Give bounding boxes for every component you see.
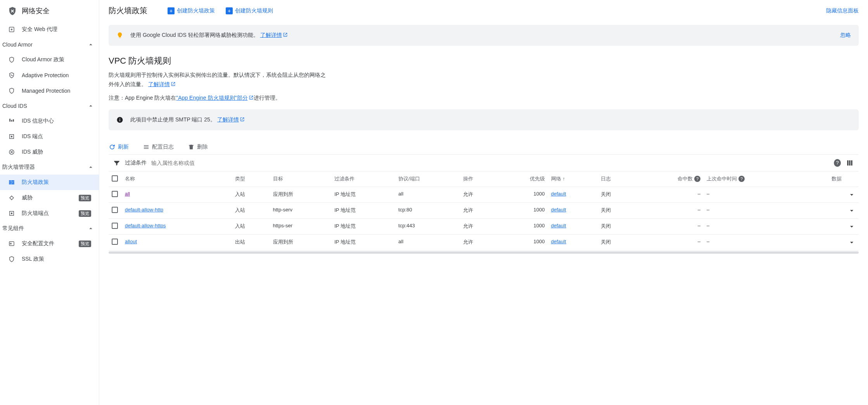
sidebar-group-cloud-armor[interactable]: Cloud Armor <box>0 37 99 52</box>
learn-more-link[interactable]: 了解详情 <box>260 32 288 38</box>
col-logs[interactable]: 日志 <box>598 171 636 187</box>
network-link[interactable]: default <box>551 239 566 244</box>
cell-data <box>807 234 845 250</box>
svg-point-14 <box>10 196 13 199</box>
col-target[interactable]: 目标 <box>270 171 332 187</box>
cell-target: 应用到所 <box>270 234 332 250</box>
expand-row-button[interactable] <box>848 223 856 230</box>
sidebar-item-ids-dashboard[interactable]: IDS 信息中心 <box>0 113 99 129</box>
ids-suggestion-banner: 使用 Google Cloud IDS 轻松部署网络威胁检测功能。 了解详情 忽… <box>109 25 859 46</box>
sidebar-item-firewall-policies[interactable]: 防火墙政策 <box>0 175 99 190</box>
horizontal-scrollbar[interactable] <box>109 251 859 254</box>
col-action[interactable]: 操作 <box>460 171 498 187</box>
select-all-checkbox[interactable] <box>112 175 118 182</box>
rule-name-link[interactable]: default-allow-https <box>125 223 166 228</box>
expand-row-button[interactable] <box>848 239 856 246</box>
chevron-up-icon <box>87 225 94 232</box>
sidebar-item-ids-endpoints[interactable]: IDS 端点 <box>0 129 99 144</box>
sidebar-item-label: 威胁 <box>22 194 70 201</box>
preview-badge: 预览 <box>79 195 91 201</box>
learn-more-link[interactable]: 了解详情 <box>148 81 176 87</box>
col-hits[interactable]: 命中数? <box>636 171 704 187</box>
col-type[interactable]: 类型 <box>232 171 270 187</box>
row-checkbox[interactable] <box>112 239 118 245</box>
dashboard-icon <box>8 117 16 125</box>
firewall-icon <box>8 178 16 186</box>
svg-point-6 <box>11 136 12 137</box>
proxy-icon <box>8 26 16 33</box>
sidebar-item-threats[interactable]: 威胁 预览 <box>0 190 99 206</box>
sidebar-item-label: IDS 端点 <box>22 133 91 140</box>
configure-logs-button[interactable]: 配置日志 <box>143 144 174 151</box>
refresh-button[interactable]: 刷新 <box>109 144 129 151</box>
sidebar-item-firewall-endpoints[interactable]: 防火墙端点 预览 <box>0 206 99 221</box>
network-link[interactable]: default <box>551 207 566 213</box>
sidebar-item-ssl-policies[interactable]: SSL 政策 <box>0 251 99 267</box>
svg-rect-8 <box>9 180 11 182</box>
table-actions: 刷新 配置日志 删除 <box>109 140 859 154</box>
sidebar-group-cloud-ids[interactable]: Cloud IDS <box>0 99 99 113</box>
svg-rect-12 <box>9 183 11 184</box>
sidebar-item-security-profiles[interactable]: 安全配置文件 预览 <box>0 236 99 251</box>
svg-rect-13 <box>11 183 14 184</box>
network-link[interactable]: default <box>551 223 566 228</box>
list-icon <box>143 144 150 151</box>
security-shield-icon <box>8 6 17 16</box>
action-label: 配置日志 <box>152 144 174 151</box>
cell-target: https-ser <box>270 218 332 234</box>
sidebar-item-cloud-armor-policies[interactable]: Cloud Armor 政策 <box>0 52 99 68</box>
col-priority[interactable]: 优先级 <box>498 171 548 187</box>
col-protocol-port[interactable]: 协议/端口 <box>395 171 460 187</box>
sidebar-item-label: IDS 威胁 <box>22 149 91 156</box>
sidebar-item-secure-web-proxy[interactable]: 安全 Web 代理 <box>0 22 99 37</box>
help-icon[interactable]: ? <box>738 176 745 182</box>
sidebar-item-label: Cloud Armor 政策 <box>22 56 91 63</box>
column-selector-button[interactable] <box>846 159 854 167</box>
cell-logs: 关闭 <box>598 202 636 218</box>
lightbulb-icon <box>116 32 123 39</box>
app-engine-firewall-link[interactable]: "App Engine 防火墙规则"部分 <box>176 95 253 101</box>
create-firewall-policy-button[interactable]: + 创建防火墙政策 <box>168 7 215 14</box>
filter-input[interactable] <box>151 160 828 166</box>
help-button[interactable]: ? <box>832 159 841 167</box>
shield-icon <box>8 255 16 263</box>
delete-button[interactable]: 删除 <box>188 144 208 151</box>
bug-icon <box>8 194 16 202</box>
sidebar-title: 网络安全 <box>22 6 50 16</box>
cell-last-hit: – <box>704 234 807 250</box>
sidebar-group-firewall-manager[interactable]: 防火墙管理器 <box>0 160 99 175</box>
rule-name-link[interactable]: allout <box>125 239 137 244</box>
create-firewall-rule-button[interactable]: + 创建防火墙规则 <box>226 7 273 14</box>
network-link[interactable]: default <box>551 191 566 197</box>
col-last-hit[interactable]: 上次命中时间? <box>704 171 807 187</box>
rule-name-link[interactable]: default-allow-http <box>125 207 163 213</box>
sidebar-item-ids-threats[interactable]: IDS 威胁 <box>0 144 99 160</box>
learn-more-link[interactable]: 了解详情 <box>217 116 245 123</box>
dismiss-button[interactable]: 忽略 <box>840 32 851 39</box>
sidebar-item-label: Managed Protection <box>22 88 91 94</box>
hide-info-panel-button[interactable]: 隐藏信息面板 <box>826 7 859 14</box>
action-label: 创建防火墙规则 <box>235 7 273 14</box>
shield-icon <box>8 56 16 64</box>
row-checkbox[interactable] <box>112 207 118 213</box>
sidebar-item-label: SSL 政策 <box>22 256 91 263</box>
cell-priority: 1000 <box>498 218 548 234</box>
cell-filter: IP 地址范 <box>331 234 395 250</box>
row-checkbox[interactable] <box>112 191 118 197</box>
expand-row-button[interactable] <box>848 207 856 215</box>
sidebar-item-adaptive-protection[interactable]: Adaptive Protection <box>0 68 99 83</box>
expand-row-button[interactable] <box>848 191 856 199</box>
help-icon[interactable]: ? <box>694 176 700 182</box>
sidebar-item-managed-protection[interactable]: Managed Protection <box>0 83 99 99</box>
col-data[interactable]: 数据 <box>807 171 845 187</box>
cell-filter: IP 地址范 <box>331 187 395 202</box>
row-checkbox[interactable] <box>112 223 118 229</box>
svg-rect-9 <box>11 180 14 182</box>
col-network[interactable]: 网络↑ <box>548 171 598 187</box>
col-filter[interactable]: 过滤条件 <box>331 171 395 187</box>
rule-name-link[interactable]: all <box>125 191 130 197</box>
col-name[interactable]: 名称 <box>122 171 232 187</box>
cell-logs: 关闭 <box>598 218 636 234</box>
sidebar-group-common-components[interactable]: 常见组件 <box>0 221 99 236</box>
sort-ascending-icon: ↑ <box>563 176 565 182</box>
